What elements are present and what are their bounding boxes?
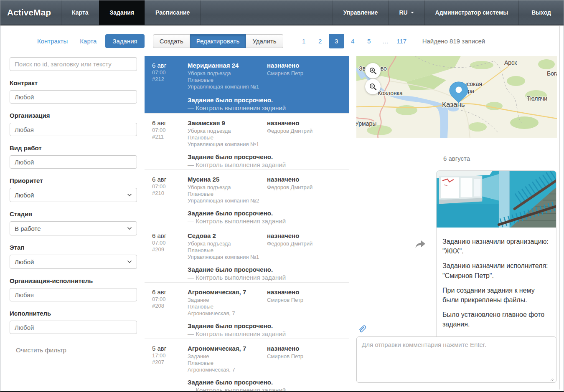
create-button[interactable]: Создать (153, 34, 190, 48)
task-status-block: назначено Смирнов Петр (267, 61, 342, 92)
nav-item-map[interactable]: Карта (61, 0, 99, 25)
status-badge: назначено (267, 344, 342, 352)
map-label-arsk: Арск (504, 59, 517, 66)
assignee-label: Федоров Дмитрий (267, 184, 342, 191)
status-badge: назначено (267, 175, 342, 183)
page-ellipsis: … (378, 34, 393, 48)
filter-organization[interactable]: Любая (10, 123, 137, 136)
filter-phase-value: Любой (15, 258, 34, 266)
edit-button[interactable]: Редактировать (190, 34, 246, 48)
pagination: 1 2 3 4 5 … 117 (296, 34, 410, 48)
task-datetime: 6 авг 07:00 #212 (152, 61, 188, 92)
filter-priority-select[interactable]: Любой (10, 188, 137, 202)
task-datetime: 6 авг 07:00 #210 (152, 175, 188, 205)
filter-label-stage: Стадия (10, 210, 137, 217)
nav-item-tasks[interactable]: Задания (99, 0, 145, 25)
task-status-block: назначено Смирнов Петр (267, 288, 342, 318)
task-note: Задание было просрочено. — Контроль выпо… (188, 266, 342, 282)
nav-item-language[interactable]: RU (388, 0, 424, 25)
status-badge: назначено (267, 61, 342, 69)
page-5[interactable]: 5 (361, 34, 377, 48)
task-main-photo[interactable] (437, 171, 556, 228)
filter-contract-value: Любой (15, 94, 34, 101)
paperclip-icon (358, 324, 368, 334)
message-line: Было установлено главное фото задания. (442, 310, 550, 329)
filter-work-type-value: Любой (15, 159, 34, 166)
filter-priority-value: Любой (15, 192, 34, 199)
filter-executor[interactable]: Любой (10, 321, 137, 334)
chevron-down-icon (127, 193, 132, 197)
status-badge: назначено (267, 288, 342, 296)
assignee-label: Федоров Дмитрий (267, 240, 342, 247)
message-line: Заданию назначили исполнителя: "Смирнов … (442, 261, 550, 280)
task-status-block: назначено Смирнов Петр (267, 344, 342, 374)
nav-spacer (201, 0, 332, 25)
task-info: Мусина 25 Уборка подъезда Плановые Управ… (188, 175, 267, 205)
attach-file-button[interactable] (358, 324, 368, 334)
brand-logo[interactable]: ActiveMap (0, 0, 61, 25)
task-row-209[interactable]: 6 авг 07:00 #209 Седова 2 Уборка подъезд… (145, 226, 349, 282)
task-location-map[interactable]: Звенигово Козловка Урмары Казань Высокая… (356, 56, 557, 138)
message-line: Заданию назначили организацию: "ЖКХ". (442, 237, 550, 256)
language-label: RU (399, 9, 407, 16)
task-datetime: 6 авг 07:00 #209 (152, 232, 188, 261)
task-row-211[interactable]: 6 авг 07:00 #211 Закамская 9 Уборка подъ… (145, 113, 349, 169)
share-forward-icon (415, 240, 426, 249)
filter-stage-select[interactable]: В работе (10, 221, 137, 235)
message-body: Заданию назначили организацию: "ЖКХ". За… (437, 229, 556, 329)
task-row-212[interactable]: 6 авг 07:00 #212 Меридианная 24 Уборка п… (145, 56, 349, 113)
forward-message-button[interactable] (415, 240, 426, 249)
page-1[interactable]: 1 (296, 34, 312, 48)
filter-executor-value: Любой (15, 324, 34, 331)
filter-label-priority: Приоритет (10, 177, 137, 184)
task-info: Меридианная 24 Уборка подъезда Плановые … (188, 61, 267, 92)
scrollbar-track[interactable] (559, 26, 560, 389)
assignee-label: Смирнов Петр (267, 70, 342, 77)
page-2[interactable]: 2 (312, 34, 328, 48)
map-label-tyulyachi: Тюлячи (527, 95, 547, 102)
search-input[interactable] (10, 57, 137, 71)
page-3-current[interactable]: 3 (329, 34, 344, 48)
filter-label-contract: Контракт (10, 79, 137, 86)
subheader-toolbar: Контракты Карта Задания Создать Редактир… (0, 26, 564, 56)
user-menu: Управление RU Администратор системы Выхо… (333, 0, 564, 25)
caret-down-icon (411, 12, 414, 13)
filter-label-phase: Этап (10, 244, 137, 251)
tab-map[interactable]: Карта (80, 38, 97, 45)
task-row-208[interactable]: 6 авг 07:00 #208 Агрономическая, 7 Задан… (145, 282, 349, 339)
zoom-in-button[interactable] (365, 63, 381, 78)
clear-filter-link[interactable]: Очистить фильтр (16, 346, 66, 354)
tab-tasks[interactable]: Задания (105, 34, 144, 48)
app-window: ActiveMap Карта Задания Расписание Управ… (0, 0, 564, 392)
zoom-in-icon (369, 67, 377, 75)
chevron-down-icon (127, 260, 132, 263)
nav-item-logout[interactable]: Выход (518, 0, 564, 25)
nav-item-schedule[interactable]: Расписание (145, 0, 201, 25)
task-note: Задание было просрочено. — Контроль выпо… (188, 378, 342, 391)
task-row-207[interactable]: 5 авг 17:00 #207 Агрономическая, 7 Задан… (145, 339, 349, 391)
nav-item-management[interactable]: Управление (333, 0, 389, 25)
filter-label-executor-org: Организация-исполнитель (10, 277, 137, 284)
task-detail-panel: Звенигово Козловка Урмары Казань Высокая… (356, 56, 557, 391)
comment-input[interactable] (356, 336, 556, 383)
filter-executor-org[interactable]: Любая (10, 288, 137, 301)
filter-label-organization: Организация (10, 112, 137, 119)
page-117[interactable]: 117 (394, 34, 409, 48)
filter-phase-select[interactable]: Любой (10, 255, 137, 269)
filter-organization-value: Любая (15, 126, 34, 133)
filter-work-type[interactable]: Любой (10, 155, 137, 169)
delete-button[interactable]: Удалить (246, 34, 283, 48)
zoom-out-button[interactable] (365, 79, 381, 94)
task-row-210[interactable]: 6 авг 07:00 #210 Мусина 25 Уборка подъез… (145, 169, 349, 226)
filter-contract[interactable]: Любой (10, 90, 137, 104)
task-note: Задание было просрочено. — Контроль выпо… (188, 322, 342, 339)
page-4[interactable]: 4 (345, 34, 361, 48)
map-label-bogaty: Богаты (547, 70, 557, 77)
nav-item-current-user[interactable]: Администратор системы (424, 0, 519, 25)
status-badge: назначено (267, 232, 342, 240)
task-info: Агрономическая, 7 Задание Плановые Агрон… (188, 344, 267, 374)
map-label-urmary: Урмары (356, 120, 376, 127)
zoom-out-icon (369, 83, 377, 91)
task-status-block: назначено Федоров Дмитрий (267, 175, 342, 205)
tab-contracts[interactable]: Контракты (37, 38, 68, 45)
